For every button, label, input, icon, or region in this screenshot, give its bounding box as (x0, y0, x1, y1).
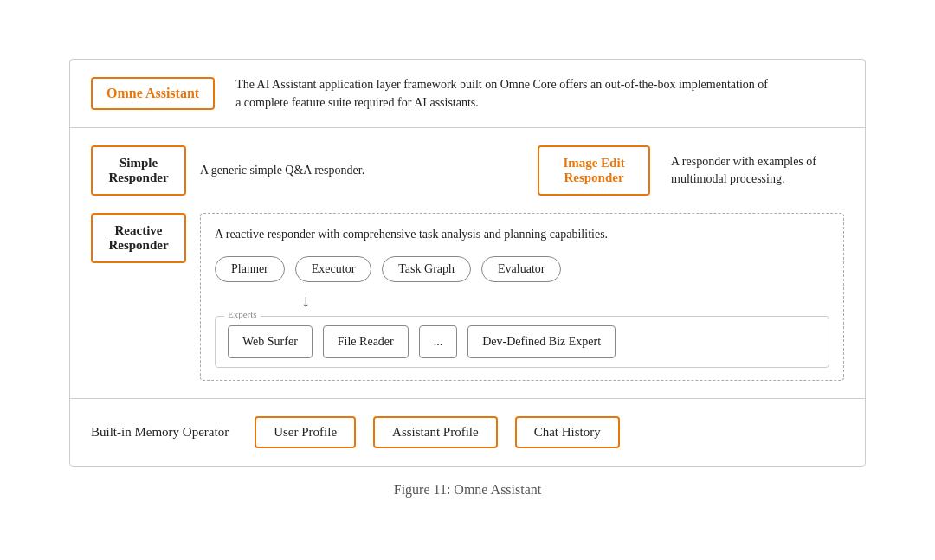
header-description: The AI Assistant application layer frame… (235, 75, 772, 112)
image-edit-responder-badge: Image EditResponder (538, 145, 650, 196)
experts-section: Experts Web Surfer File Reader ... Dev-D… (215, 316, 829, 368)
experts-label: Experts (224, 309, 261, 319)
planner-pill: Planner (215, 256, 285, 282)
reactive-description: A reactive responder with comprehensive … (215, 226, 829, 243)
simple-responder-description: A generic simple Q&A responder. (200, 162, 364, 179)
dev-defined-biz-expert-box: Dev-Defined Biz Expert (468, 325, 616, 358)
header-row: Omne Assistant The AI Assistant applicat… (70, 60, 865, 128)
assistant-profile-badge: Assistant Profile (373, 416, 498, 448)
chat-history-badge: Chat History (515, 416, 620, 448)
main-diagram: Omne Assistant The AI Assistant applicat… (69, 59, 866, 467)
reactive-content: A reactive responder with comprehensive … (200, 213, 844, 382)
file-reader-box: File Reader (323, 325, 409, 358)
reactive-responder-row: ReactiveResponder A reactive responder w… (91, 213, 844, 382)
image-edit-description: A responder with examples of multimodal … (671, 153, 844, 187)
experts-row: Web Surfer File Reader ... Dev-Defined B… (228, 325, 816, 358)
evaluator-pill: Evaluator (481, 256, 561, 282)
page-wrapper: Omne Assistant The AI Assistant applicat… (52, 42, 883, 519)
arrow-down-icon: ↓ (215, 291, 829, 311)
memory-row: Built-in Memory Operator User Profile As… (70, 399, 865, 466)
simple-responder-row: SimpleResponder A generic simple Q&A res… (91, 145, 844, 196)
reactive-responder-box: ReactiveResponder (91, 213, 186, 263)
content-area: SimpleResponder A generic simple Q&A res… (70, 128, 865, 400)
components-row: Planner Executor Task Graph Evaluator (215, 256, 829, 282)
ellipsis-box: ... (419, 325, 458, 358)
simple-responder-box: SimpleResponder (91, 145, 186, 196)
web-surfer-box: Web Surfer (228, 325, 313, 358)
memory-label: Built-in Memory Operator (91, 425, 229, 440)
user-profile-badge: User Profile (255, 416, 356, 448)
omne-assistant-badge: Omne Assistant (91, 77, 215, 110)
figure-caption: Figure 11: Omne Assistant (69, 482, 866, 501)
executor-pill: Executor (295, 256, 372, 282)
task-graph-pill: Task Graph (382, 256, 471, 282)
